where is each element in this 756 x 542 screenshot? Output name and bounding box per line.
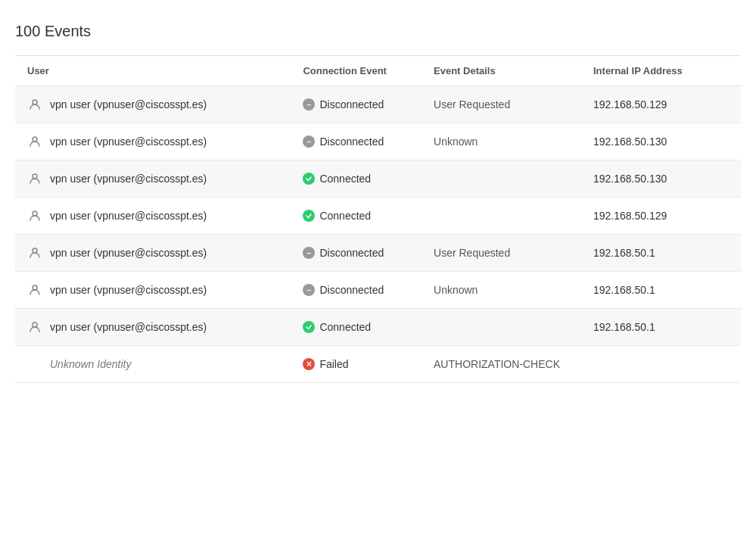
status-dot-disconnected: − <box>303 98 315 111</box>
cell-event-details <box>422 309 581 346</box>
status-dot-connected <box>303 321 315 333</box>
cell-event-details: AUTHORIZATION-CHECK <box>422 346 581 383</box>
cell-ip-address: 192.168.50.129 <box>581 198 741 235</box>
svg-point-6 <box>33 322 37 327</box>
table-row[interactable]: vpn user (vpnuser@ciscosspt.es)−Disconne… <box>15 272 741 309</box>
cell-event-details <box>422 198 581 235</box>
user-icon <box>27 357 42 372</box>
table-row[interactable]: vpn user (vpnuser@ciscosspt.es)Connected… <box>15 309 741 346</box>
connection-status-text: Connected <box>319 321 371 333</box>
cell-ip-address: 192.168.50.130 <box>581 160 741 198</box>
user-name: vpn user (vpnuser@ciscosspt.es) <box>50 321 207 333</box>
cell-event-details: Unknown <box>422 272 581 309</box>
cell-user: vpn user (vpnuser@ciscosspt.es) <box>15 235 291 272</box>
cell-ip-address: 192.168.50.1 <box>581 235 741 272</box>
user-name: vpn user (vpnuser@ciscosspt.es) <box>50 98 207 111</box>
cell-connection-event: −Disconnected <box>291 235 422 272</box>
connection-status-text: Disconnected <box>319 247 384 259</box>
table-row[interactable]: vpn user (vpnuser@ciscosspt.es)−Disconne… <box>15 86 741 123</box>
cell-event-details: User Requested <box>422 235 581 272</box>
cell-ip-address: 192.168.50.1 <box>581 309 741 346</box>
events-table-wrapper: User Connection Event Event Details Inte… <box>15 56 741 383</box>
cell-user: vpn user (vpnuser@ciscosspt.es) <box>15 160 291 198</box>
cell-event-details <box>422 160 581 198</box>
column-header-ip: Internal IP Address <box>581 56 741 86</box>
svg-point-3 <box>33 211 37 216</box>
user-icon <box>27 245 42 260</box>
cell-user: vpn user (vpnuser@ciscosspt.es) <box>15 123 291 160</box>
table-row[interactable]: vpn user (vpnuser@ciscosspt.es)−Disconne… <box>15 123 741 160</box>
cell-user: vpn user (vpnuser@ciscosspt.es) <box>15 309 291 346</box>
status-dot-disconnected: − <box>303 247 315 259</box>
user-name: vpn user (vpnuser@ciscosspt.es) <box>50 284 207 296</box>
cell-connection-event: −Disconnected <box>291 86 422 123</box>
connection-status-text: Disconnected <box>319 98 384 111</box>
connection-status-text: Disconnected <box>319 284 384 296</box>
cell-connection-event: Connected <box>291 198 422 235</box>
cell-connection-event: ×Failed <box>291 346 422 383</box>
status-dot-connected <box>303 210 315 222</box>
cell-connection-event: −Disconnected <box>291 123 422 160</box>
event-count-header: 100 Events <box>15 15 741 56</box>
status-dot-disconnected: − <box>303 284 315 296</box>
cell-connection-event: Connected <box>291 309 422 346</box>
events-table: User Connection Event Event Details Inte… <box>15 56 741 383</box>
connection-status-text: Failed <box>319 358 348 370</box>
user-icon <box>27 319 42 335</box>
cell-ip-address: 192.168.50.1 <box>581 272 741 309</box>
user-icon <box>27 134 42 149</box>
user-icon <box>27 97 42 112</box>
table-row[interactable]: vpn user (vpnuser@ciscosspt.es)−Disconne… <box>15 235 741 272</box>
cell-user: vpn user (vpnuser@ciscosspt.es) <box>15 86 291 123</box>
user-icon <box>27 208 42 223</box>
connection-status-text: Connected <box>319 173 371 185</box>
svg-point-1 <box>33 137 37 142</box>
page-container: 100 Events User Connection Event Event D… <box>0 0 756 383</box>
cell-ip-address <box>581 346 741 383</box>
user-icon <box>27 282 42 297</box>
svg-point-2 <box>33 174 37 179</box>
cell-event-details: Unknown <box>422 123 581 160</box>
cell-event-details: User Requested <box>422 86 581 123</box>
user-name: Unknown Identity <box>50 358 131 370</box>
status-dot-disconnected: − <box>303 136 315 148</box>
column-header-user: User <box>15 56 291 86</box>
cell-user: vpn user (vpnuser@ciscosspt.es) <box>15 272 291 309</box>
table-row[interactable]: vpn user (vpnuser@ciscosspt.es)Connected… <box>15 198 741 235</box>
svg-point-0 <box>33 100 37 104</box>
column-header-details: Event Details <box>422 56 581 86</box>
status-dot-failed: × <box>303 358 315 370</box>
table-row[interactable]: Unknown Identity×FailedAUTHORIZATION-CHE… <box>15 346 741 383</box>
table-header-row: User Connection Event Event Details Inte… <box>15 56 741 86</box>
svg-point-4 <box>33 248 37 253</box>
cell-connection-event: Connected <box>291 160 422 198</box>
cell-user: Unknown Identity <box>15 346 291 383</box>
cell-user: vpn user (vpnuser@ciscosspt.es) <box>15 198 291 235</box>
status-dot-connected <box>303 173 315 185</box>
table-row[interactable]: vpn user (vpnuser@ciscosspt.es)Connected… <box>15 160 741 198</box>
cell-connection-event: −Disconnected <box>291 272 422 309</box>
column-header-connection: Connection Event <box>291 56 422 86</box>
user-name: vpn user (vpnuser@ciscosspt.es) <box>50 173 207 185</box>
connection-status-text: Disconnected <box>319 136 384 148</box>
user-icon <box>27 171 42 186</box>
user-name: vpn user (vpnuser@ciscosspt.es) <box>50 136 207 148</box>
cell-ip-address: 192.168.50.130 <box>581 123 741 160</box>
user-name: vpn user (vpnuser@ciscosspt.es) <box>50 210 207 222</box>
user-name: vpn user (vpnuser@ciscosspt.es) <box>50 247 207 259</box>
connection-status-text: Connected <box>319 210 371 222</box>
svg-point-5 <box>33 285 37 290</box>
cell-ip-address: 192.168.50.129 <box>581 86 741 123</box>
